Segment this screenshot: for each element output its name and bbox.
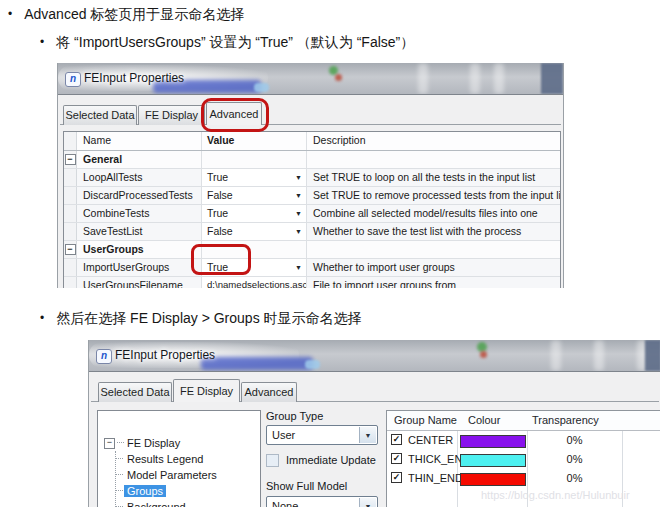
property-value-dropdown[interactable]: False▼ [202, 223, 307, 240]
dropdown-arrow-icon: ▼ [295, 206, 302, 222]
header-description[interactable]: Description [307, 132, 560, 150]
group-type-label: Group Type [266, 410, 323, 422]
background-blur [594, 340, 604, 371]
property-description: Set TRUE to loop on all the tests in the… [307, 169, 560, 186]
immediate-update-label: Immediate Update [286, 454, 376, 466]
dropdown-arrow-icon: ▼ [365, 432, 372, 439]
background-window-blur [201, 357, 313, 370]
tab-selected-data[interactable]: Selected Data [98, 382, 172, 402]
header-value[interactable]: Value [202, 132, 307, 150]
property-row[interactable]: CombineTests True▼ Combine all selected … [64, 205, 560, 223]
tree-root-fe-display[interactable]: −FE Display [104, 435, 260, 451]
title-bar: n FEInput Properties [89, 340, 660, 372]
tree-item-model-parameters[interactable]: Model Parameters [116, 467, 260, 483]
collapse-icon[interactable]: − [65, 154, 76, 165]
combo-button[interactable]: ▼ [359, 498, 376, 507]
property-name: SaveTestList [77, 223, 202, 240]
background-blur [551, 340, 561, 371]
property-row[interactable]: SaveTestList False▼ Whether to save the … [64, 223, 560, 241]
fe-display-tree: −FE Display Results Legend Model Paramet… [97, 410, 261, 507]
check-icon: ✓ [393, 454, 401, 463]
bullet-line-1: • Advanced 标签页用于显示命名选择 [8, 6, 244, 24]
group-row-center[interactable]: ✓ CENTER 0% [387, 431, 660, 450]
group-row-usergroups[interactable]: − UserGroups [64, 241, 560, 259]
colour-swatch[interactable] [460, 435, 526, 448]
header-name[interactable]: Name [77, 132, 202, 150]
tab-selected-data[interactable]: Selected Data [63, 105, 137, 125]
background-blur [494, 63, 504, 94]
group-row-thick-end[interactable]: ✓ THICK_END 0% [387, 450, 660, 469]
group-type-select[interactable]: User ▼ [266, 425, 378, 445]
tree-item-groups[interactable]: Groups [116, 483, 260, 499]
header-colour[interactable]: Colour [468, 414, 500, 426]
grid-header-row: Name Value Description [64, 132, 560, 151]
group-row-thin-end[interactable]: ✓ THIN_END 0% [387, 469, 660, 488]
header-transparency[interactable]: Transparency [532, 414, 599, 426]
combo-button[interactable]: ▼ [359, 427, 376, 443]
collapse-icon[interactable]: − [104, 438, 115, 449]
bullet-text: 将 “ImportUsersGroups” 设置为 “True” （默认为 “F… [56, 34, 414, 52]
group-checkbox[interactable]: ✓ [391, 472, 402, 483]
property-description: Whether to import user groups [307, 259, 560, 276]
property-row[interactable]: UserGroupsFilename d:\namedselections.as… [64, 277, 560, 288]
background-blur [541, 63, 563, 94]
background-blur [418, 63, 428, 94]
background-blur [645, 340, 660, 371]
header-group-name[interactable]: Group Name [394, 414, 457, 426]
tree-item-background[interactable]: Background [116, 499, 260, 507]
tab-advanced[interactable]: Advanced [206, 102, 262, 125]
dropdown-arrow-icon: ▼ [295, 188, 302, 204]
property-description: Combine all selected model/results files… [307, 205, 560, 222]
group-label: UserGroups [77, 241, 202, 258]
bullet-icon: • [8, 7, 12, 25]
property-value-text[interactable]: d:\namedselections.asc [202, 277, 307, 288]
check-icon: ✓ [393, 473, 401, 482]
feinput-properties-dialog-advanced: n FEInput Properties Selected Data FE Di… [57, 63, 564, 288]
group-checkbox[interactable]: ✓ [391, 453, 402, 464]
background-blur [305, 360, 320, 369]
dialog-title: FEInput Properties [115, 348, 215, 362]
group-row-general[interactable]: − General [64, 151, 560, 169]
group-checkbox[interactable]: ✓ [391, 434, 402, 445]
property-name: UserGroupsFilename [77, 277, 202, 288]
background-blur [335, 74, 342, 81]
property-description: File to import user groups from [307, 277, 560, 288]
background-blur [480, 351, 487, 358]
colour-swatch[interactable] [460, 473, 526, 486]
tab-fe-display[interactable]: FE Display [138, 105, 205, 125]
property-grid: Name Value Description − General LoopAll… [63, 131, 561, 288]
immediate-update-checkbox[interactable] [266, 454, 279, 467]
property-value-dropdown[interactable]: False▼ [202, 187, 307, 204]
bullet-line-2: • 将 “ImportUsersGroups” 设置为 “True” （默认为 … [40, 34, 414, 52]
show-full-model-select[interactable]: None ▼ [266, 496, 378, 507]
property-value-dropdown[interactable]: True▼ [202, 169, 307, 186]
property-name: DiscardProcessedTests [77, 187, 202, 204]
property-name: CombineTests [77, 205, 202, 222]
dropdown-arrow-icon: ▼ [365, 503, 372, 507]
bullet-text: Advanced 标签页用于显示命名选择 [24, 6, 244, 24]
property-name: LoopAllTests [77, 169, 202, 186]
dropdown-arrow-icon: ▼ [295, 224, 302, 240]
feinput-properties-dialog-fedisplay: n FEInput Properties Selected Data FE Di… [88, 340, 660, 507]
bullet-line-3: • 然后在选择 FE Display > Groups 时显示命名选择 [40, 310, 362, 328]
show-full-model-label: Show Full Model [266, 480, 347, 492]
groups-table-header: Group Name Colour Transparency [387, 411, 660, 431]
property-row[interactable]: LoopAllTests True▼ Set TRUE to loop on a… [64, 169, 560, 187]
background-blur [254, 83, 269, 92]
property-description: Whether to save the test list with the p… [307, 223, 560, 240]
tree-item-results-legend[interactable]: Results Legend [116, 451, 260, 467]
group-label: General [77, 151, 202, 168]
property-name: ImportUserGroups [77, 259, 202, 276]
property-row[interactable]: DiscardProcessedTests False▼ Set TRUE to… [64, 187, 560, 205]
property-value-dropdown[interactable]: True▼ [202, 259, 307, 276]
collapse-icon[interactable]: − [65, 244, 76, 255]
title-bar: n FEInput Properties [58, 63, 563, 95]
colour-swatch[interactable] [460, 454, 526, 467]
tab-advanced[interactable]: Advanced [241, 382, 297, 402]
bullet-text: 然后在选择 FE Display > Groups 时显示命名选择 [56, 310, 361, 328]
bullet-icon: • [40, 311, 44, 329]
csdn-watermark: https://blog.csdn.net/Hulunbuir [481, 489, 630, 501]
property-row-importusergroups[interactable]: ImportUserGroups True▼ Whether to import… [64, 259, 560, 277]
property-value-dropdown[interactable]: True▼ [202, 205, 307, 222]
tab-fe-display[interactable]: FE Display [173, 379, 240, 402]
